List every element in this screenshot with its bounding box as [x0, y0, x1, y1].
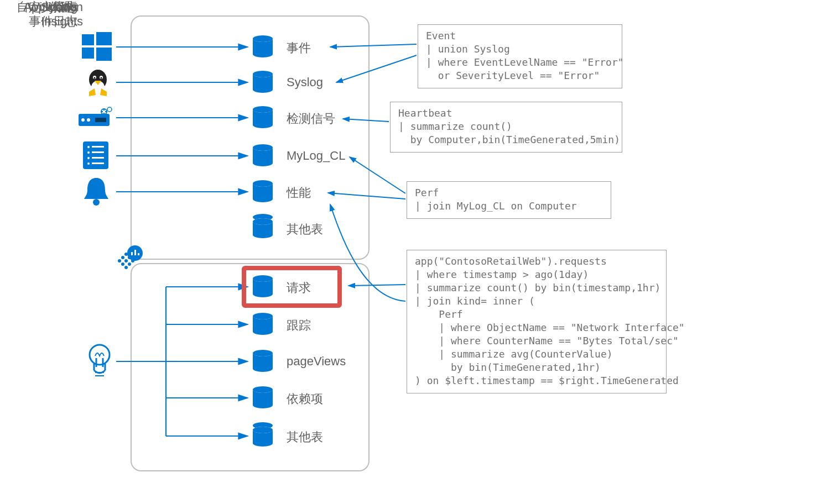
svg-rect-0: [131, 16, 369, 259]
svg-point-63: [87, 146, 90, 148]
table-label-pageviews: pageViews: [287, 354, 346, 369]
svg-point-55: [101, 77, 102, 79]
bulb-icon: [90, 345, 110, 376]
svg-point-27: [127, 245, 143, 261]
svg-rect-46: [82, 34, 94, 45]
highlight-requests: [242, 266, 342, 308]
svg-point-23: [131, 259, 134, 262]
svg-point-51: [91, 81, 105, 94]
analytics-badge-icon: [118, 245, 143, 269]
table-label-other1: 其他表: [287, 221, 323, 238]
svg-rect-56: [79, 114, 110, 126]
svg-point-45: [253, 427, 273, 433]
svg-rect-30: [138, 253, 139, 255]
svg-point-21: [118, 259, 121, 262]
svg-point-31: [253, 35, 273, 42]
svg-point-20: [128, 256, 131, 259]
server-icon: [79, 107, 112, 126]
table-label-traces: 跟踪: [287, 317, 311, 334]
svg-point-35: [253, 180, 273, 187]
svg-rect-59: [95, 118, 106, 122]
bell-icon: [84, 178, 108, 206]
query-box-perf: Perf | join MyLog_CL on Computer: [407, 181, 611, 219]
query-box-requests: app("ContosoRetailWeb").requests | where…: [407, 250, 667, 393]
svg-rect-47: [96, 32, 112, 45]
table-label-perf: 性能: [287, 185, 311, 201]
svg-line-13: [336, 55, 417, 82]
svg-rect-68: [92, 157, 104, 159]
svg-point-38: [253, 218, 273, 225]
svg-point-32: [253, 71, 273, 77]
svg-point-25: [128, 262, 131, 266]
svg-point-26: [124, 266, 128, 269]
query-box-event: Event | union Syslog | where EventLevelN…: [418, 24, 622, 88]
svg-line-16: [328, 193, 405, 199]
query-box-heartbeat: Heartbeat | summarize count() by Compute…: [390, 102, 622, 153]
svg-rect-64: [92, 146, 104, 148]
table-label-deps: 依赖项: [287, 391, 323, 407]
svg-rect-49: [96, 48, 112, 61]
svg-line-12: [330, 44, 417, 47]
table-label-event: 事件: [287, 40, 311, 56]
svg-point-43: [253, 422, 273, 429]
svg-line-15: [350, 157, 405, 193]
svg-point-52: [93, 76, 96, 79]
svg-point-18: [124, 253, 128, 256]
svg-point-67: [87, 157, 90, 159]
svg-point-40: [253, 313, 273, 319]
table-label-syslog: Syslog: [287, 75, 323, 90]
svg-point-58: [87, 118, 90, 122]
svg-rect-70: [92, 162, 104, 164]
list-icon: [83, 141, 108, 169]
svg-point-44: [253, 427, 273, 433]
svg-rect-29: [134, 250, 136, 255]
svg-line-14: [343, 119, 389, 122]
svg-point-69: [87, 162, 90, 165]
svg-rect-48: [82, 48, 94, 59]
table-label-mylog: MyLog_CL: [287, 149, 345, 163]
linux-icon: [89, 70, 107, 96]
svg-point-37: [253, 218, 273, 225]
svg-point-33: [253, 106, 273, 113]
svg-point-71: [93, 199, 100, 206]
table-label-other2: 其他表: [287, 429, 323, 445]
svg-point-24: [121, 262, 124, 266]
svg-point-61: [107, 107, 112, 112]
svg-point-36: [253, 214, 273, 221]
svg-point-19: [121, 256, 124, 259]
svg-rect-28: [131, 252, 133, 255]
svg-point-57: [81, 118, 85, 122]
db-icon: [253, 35, 273, 447]
svg-point-41: [253, 350, 273, 356]
windows-icon: [82, 32, 112, 61]
svg-point-22: [124, 259, 128, 262]
svg-point-53: [100, 76, 103, 79]
svg-rect-66: [92, 151, 104, 153]
svg-point-34: [253, 144, 273, 151]
svg-point-72: [90, 345, 110, 365]
svg-line-17: [348, 285, 405, 286]
svg-rect-62: [83, 141, 108, 169]
svg-point-42: [253, 386, 273, 393]
svg-point-54: [94, 77, 96, 79]
svg-point-65: [87, 151, 90, 154]
svg-point-50: [89, 70, 107, 90]
table-label-heartbeat: 检测信号: [287, 111, 335, 127]
source-label-ai: Application Insights: [0, 0, 83, 29]
svg-point-60: [101, 109, 107, 114]
